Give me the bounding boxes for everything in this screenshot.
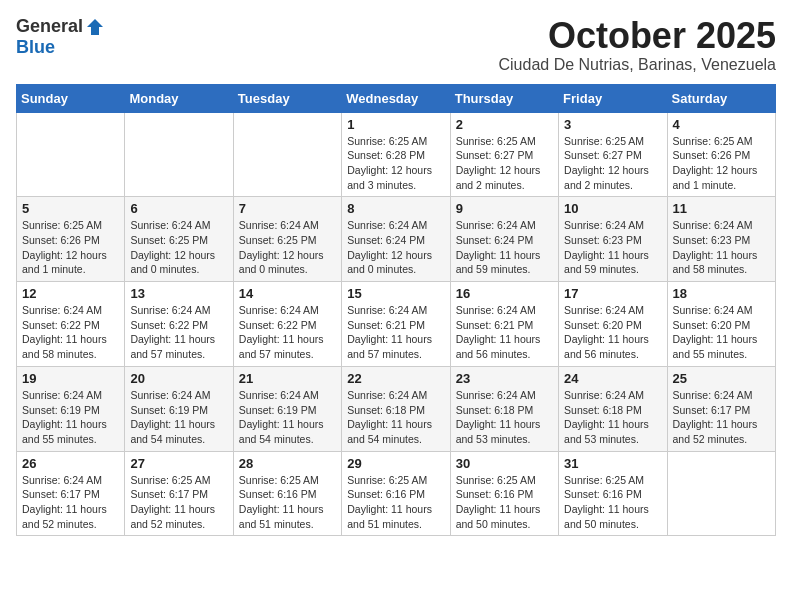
day-number: 7 [239,201,336,216]
day-info: Sunrise: 6:24 AM Sunset: 6:25 PM Dayligh… [130,218,227,277]
day-number: 5 [22,201,119,216]
day-number: 4 [673,117,770,132]
calendar-day-cell: 8Sunrise: 6:24 AM Sunset: 6:24 PM Daylig… [342,197,450,282]
day-of-week-header: Thursday [450,84,558,112]
calendar-day-cell: 12Sunrise: 6:24 AM Sunset: 6:22 PM Dayli… [17,282,125,367]
day-number: 23 [456,371,553,386]
calendar-day-cell: 5Sunrise: 6:25 AM Sunset: 6:26 PM Daylig… [17,197,125,282]
calendar-week-row: 5Sunrise: 6:25 AM Sunset: 6:26 PM Daylig… [17,197,776,282]
day-number: 2 [456,117,553,132]
day-number: 14 [239,286,336,301]
day-info: Sunrise: 6:24 AM Sunset: 6:22 PM Dayligh… [239,303,336,362]
day-info: Sunrise: 6:25 AM Sunset: 6:26 PM Dayligh… [673,134,770,193]
day-number: 29 [347,456,444,471]
day-info: Sunrise: 6:24 AM Sunset: 6:24 PM Dayligh… [456,218,553,277]
day-number: 19 [22,371,119,386]
calendar-week-row: 26Sunrise: 6:24 AM Sunset: 6:17 PM Dayli… [17,451,776,536]
day-of-week-header: Wednesday [342,84,450,112]
day-info: Sunrise: 6:24 AM Sunset: 6:18 PM Dayligh… [564,388,661,447]
calendar-day-cell: 30Sunrise: 6:25 AM Sunset: 6:16 PM Dayli… [450,451,558,536]
day-number: 28 [239,456,336,471]
day-number: 15 [347,286,444,301]
calendar-day-cell: 7Sunrise: 6:24 AM Sunset: 6:25 PM Daylig… [233,197,341,282]
calendar-day-cell: 6Sunrise: 6:24 AM Sunset: 6:25 PM Daylig… [125,197,233,282]
day-number: 30 [456,456,553,471]
day-info: Sunrise: 6:24 AM Sunset: 6:23 PM Dayligh… [564,218,661,277]
calendar-day-cell: 4Sunrise: 6:25 AM Sunset: 6:26 PM Daylig… [667,112,775,197]
calendar-day-cell: 28Sunrise: 6:25 AM Sunset: 6:16 PM Dayli… [233,451,341,536]
day-info: Sunrise: 6:24 AM Sunset: 6:20 PM Dayligh… [564,303,661,362]
calendar-day-cell: 2Sunrise: 6:25 AM Sunset: 6:27 PM Daylig… [450,112,558,197]
day-info: Sunrise: 6:25 AM Sunset: 6:26 PM Dayligh… [22,218,119,277]
logo: General Blue [16,16,105,58]
location-subtitle: Ciudad De Nutrias, Barinas, Venezuela [499,56,777,74]
day-number: 17 [564,286,661,301]
day-info: Sunrise: 6:24 AM Sunset: 6:20 PM Dayligh… [673,303,770,362]
calendar-day-cell: 1Sunrise: 6:25 AM Sunset: 6:28 PM Daylig… [342,112,450,197]
day-number: 21 [239,371,336,386]
day-info: Sunrise: 6:24 AM Sunset: 6:19 PM Dayligh… [22,388,119,447]
day-info: Sunrise: 6:25 AM Sunset: 6:16 PM Dayligh… [239,473,336,532]
logo-general-text: General [16,16,83,37]
day-number: 25 [673,371,770,386]
day-info: Sunrise: 6:25 AM Sunset: 6:27 PM Dayligh… [456,134,553,193]
day-of-week-header: Saturday [667,84,775,112]
calendar-day-cell [17,112,125,197]
calendar-day-cell: 25Sunrise: 6:24 AM Sunset: 6:17 PM Dayli… [667,366,775,451]
day-info: Sunrise: 6:25 AM Sunset: 6:16 PM Dayligh… [347,473,444,532]
month-title: October 2025 [499,16,777,56]
day-number: 31 [564,456,661,471]
day-number: 18 [673,286,770,301]
calendar-day-cell: 31Sunrise: 6:25 AM Sunset: 6:16 PM Dayli… [559,451,667,536]
day-info: Sunrise: 6:24 AM Sunset: 6:19 PM Dayligh… [130,388,227,447]
day-info: Sunrise: 6:24 AM Sunset: 6:21 PM Dayligh… [456,303,553,362]
calendar-day-cell: 27Sunrise: 6:25 AM Sunset: 6:17 PM Dayli… [125,451,233,536]
day-number: 10 [564,201,661,216]
title-block: October 2025 Ciudad De Nutrias, Barinas,… [499,16,777,74]
day-number: 1 [347,117,444,132]
day-info: Sunrise: 6:24 AM Sunset: 6:17 PM Dayligh… [22,473,119,532]
day-number: 20 [130,371,227,386]
calendar-day-cell: 19Sunrise: 6:24 AM Sunset: 6:19 PM Dayli… [17,366,125,451]
day-of-week-header: Friday [559,84,667,112]
calendar-day-cell [233,112,341,197]
day-number: 11 [673,201,770,216]
calendar-week-row: 19Sunrise: 6:24 AM Sunset: 6:19 PM Dayli… [17,366,776,451]
calendar-day-cell: 16Sunrise: 6:24 AM Sunset: 6:21 PM Dayli… [450,282,558,367]
calendar-day-cell: 11Sunrise: 6:24 AM Sunset: 6:23 PM Dayli… [667,197,775,282]
day-number: 27 [130,456,227,471]
calendar-day-cell [667,451,775,536]
day-info: Sunrise: 6:25 AM Sunset: 6:16 PM Dayligh… [456,473,553,532]
calendar-day-cell: 14Sunrise: 6:24 AM Sunset: 6:22 PM Dayli… [233,282,341,367]
day-info: Sunrise: 6:24 AM Sunset: 6:24 PM Dayligh… [347,218,444,277]
calendar-day-cell: 23Sunrise: 6:24 AM Sunset: 6:18 PM Dayli… [450,366,558,451]
day-number: 8 [347,201,444,216]
calendar-day-cell: 13Sunrise: 6:24 AM Sunset: 6:22 PM Dayli… [125,282,233,367]
day-info: Sunrise: 6:25 AM Sunset: 6:16 PM Dayligh… [564,473,661,532]
day-number: 13 [130,286,227,301]
calendar-week-row: 12Sunrise: 6:24 AM Sunset: 6:22 PM Dayli… [17,282,776,367]
day-number: 22 [347,371,444,386]
calendar-day-cell: 24Sunrise: 6:24 AM Sunset: 6:18 PM Dayli… [559,366,667,451]
day-of-week-header: Sunday [17,84,125,112]
calendar-header-row: SundayMondayTuesdayWednesdayThursdayFrid… [17,84,776,112]
calendar-day-cell: 29Sunrise: 6:25 AM Sunset: 6:16 PM Dayli… [342,451,450,536]
page-header: General Blue October 2025 Ciudad De Nutr… [16,16,776,74]
calendar-day-cell: 21Sunrise: 6:24 AM Sunset: 6:19 PM Dayli… [233,366,341,451]
calendar-week-row: 1Sunrise: 6:25 AM Sunset: 6:28 PM Daylig… [17,112,776,197]
calendar-table: SundayMondayTuesdayWednesdayThursdayFrid… [16,84,776,537]
day-number: 9 [456,201,553,216]
svg-marker-0 [87,19,103,35]
day-number: 12 [22,286,119,301]
calendar-day-cell: 15Sunrise: 6:24 AM Sunset: 6:21 PM Dayli… [342,282,450,367]
calendar-day-cell [125,112,233,197]
calendar-day-cell: 17Sunrise: 6:24 AM Sunset: 6:20 PM Dayli… [559,282,667,367]
calendar-day-cell: 10Sunrise: 6:24 AM Sunset: 6:23 PM Dayli… [559,197,667,282]
day-info: Sunrise: 6:25 AM Sunset: 6:27 PM Dayligh… [564,134,661,193]
day-of-week-header: Monday [125,84,233,112]
logo-blue-text: Blue [16,37,55,58]
logo-icon [85,17,105,37]
day-number: 26 [22,456,119,471]
day-number: 16 [456,286,553,301]
day-info: Sunrise: 6:24 AM Sunset: 6:22 PM Dayligh… [22,303,119,362]
